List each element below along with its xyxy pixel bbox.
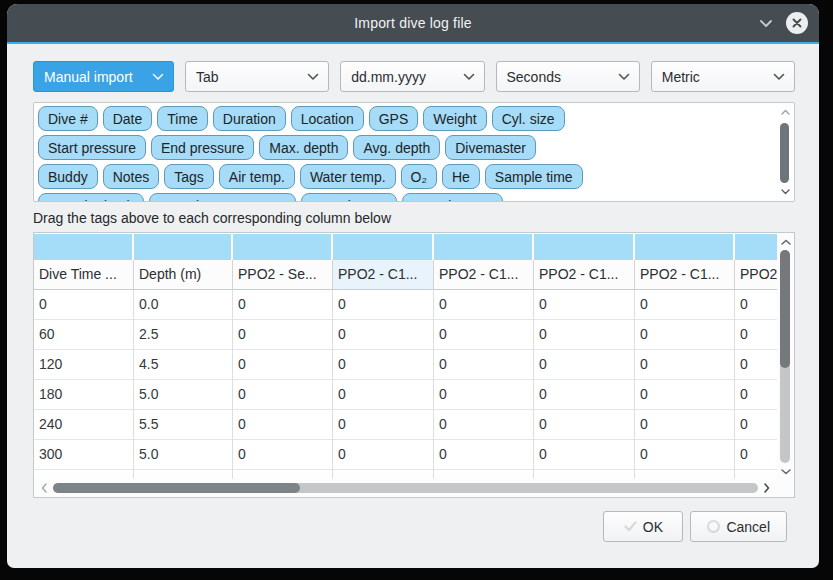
table-cell: [34, 470, 134, 479]
tag-gps[interactable]: GPS: [369, 106, 419, 131]
table-cell: 0: [333, 320, 434, 350]
tag-sample-temperature[interactable]: Sample temperature: [149, 193, 296, 202]
table-cell: [434, 470, 534, 479]
table-horizontal-scrollbar[interactable]: [34, 479, 777, 497]
tag-start-pressure[interactable]: Start pressure: [38, 135, 146, 160]
table-cell: 0.0: [134, 290, 233, 320]
dropdown-dd-mm-yyyy[interactable]: dd.mm.yyyy: [340, 61, 484, 92]
dropdown-seconds[interactable]: Seconds: [496, 61, 640, 92]
drop-target-cell-5[interactable]: [434, 234, 532, 260]
table-cell: 0: [735, 320, 777, 350]
tag-o[interactable]: O₂: [401, 164, 437, 189]
window-title: Import dive log file: [7, 15, 819, 31]
tag-tags[interactable]: Tags: [164, 164, 214, 189]
drop-target-cell-4[interactable]: [333, 234, 432, 260]
table-cell: 120: [34, 350, 134, 380]
titlebar[interactable]: Import dive log file: [7, 4, 819, 44]
tag-row: Sample depthSample temperatureSample pO₂…: [38, 193, 774, 202]
tag-max-depth[interactable]: Max. depth: [259, 135, 348, 160]
scroll-right-icon[interactable]: [761, 483, 773, 493]
tags-scrollbar[interactable]: [778, 105, 792, 199]
column-header-3[interactable]: PPO2 - Se...: [233, 260, 333, 289]
vertical-scrollbar-handle[interactable]: [780, 250, 790, 368]
instruction-text: Drag the tags above to each correspondin…: [33, 210, 795, 226]
tag-dive[interactable]: Dive #: [38, 106, 98, 131]
tag-sample-po[interactable]: Sample pO₂: [301, 193, 396, 202]
scroll-left-icon[interactable]: [38, 483, 50, 493]
table-cell: 0: [534, 290, 635, 320]
horizontal-scrollbar-handle[interactable]: [53, 483, 300, 493]
table-cell: 0: [333, 350, 434, 380]
tag-time[interactable]: Time: [157, 106, 208, 131]
table-cell: 0: [333, 380, 434, 410]
table-row: 3005.0000000: [34, 440, 777, 470]
column-header-2[interactable]: Depth (m): [134, 260, 233, 289]
tag-cyl-size[interactable]: Cyl. size: [492, 106, 565, 131]
close-icon[interactable]: [786, 12, 808, 34]
table-cell: [233, 470, 333, 479]
table-cell: [134, 470, 233, 479]
column-header-6[interactable]: PPO2 - C1...: [534, 260, 635, 289]
dropdown-value: dd.mm.yyyy: [351, 69, 426, 85]
dropdown-metric[interactable]: Metric: [651, 61, 795, 92]
column-header-4[interactable]: PPO2 - C1...: [333, 260, 434, 289]
table-cell: 0: [635, 350, 735, 380]
tag-water-temp[interactable]: Water temp.: [300, 164, 396, 189]
tag-sample-time[interactable]: Sample time: [485, 164, 583, 189]
table-cell: 0: [534, 380, 635, 410]
tag-he[interactable]: He: [442, 164, 480, 189]
drop-target-cell-1[interactable]: [34, 234, 132, 260]
table-vertical-scrollbar[interactable]: [777, 233, 794, 479]
tag-buddy[interactable]: Buddy: [38, 164, 98, 189]
table-cell: [735, 470, 777, 479]
table-cell: 0: [233, 410, 333, 440]
tag-location[interactable]: Location: [291, 106, 364, 131]
tag-air-temp[interactable]: Air temp.: [219, 164, 295, 189]
tag-sample-cns[interactable]: Sample CNS: [402, 193, 503, 202]
cancel-icon: [707, 520, 720, 533]
table-cell: 0: [434, 290, 534, 320]
tag-divemaster[interactable]: Divemaster: [445, 135, 536, 160]
table-cell: 5.5: [134, 410, 233, 440]
dropdown-manual-import[interactable]: Manual import: [33, 61, 174, 92]
chevron-down-icon[interactable]: [759, 19, 773, 28]
dropdown-value: Seconds: [507, 69, 561, 85]
tag-duration[interactable]: Duration: [213, 106, 286, 131]
drop-target-cell-6[interactable]: [534, 234, 633, 260]
tag-avg-depth[interactable]: Avg. depth: [353, 135, 440, 160]
tags-scrollbar-handle[interactable]: [780, 123, 789, 183]
scroll-up-icon[interactable]: [778, 106, 792, 118]
scroll-down-icon[interactable]: [778, 186, 792, 198]
drop-target-cell-3[interactable]: [233, 234, 331, 260]
column-header-5[interactable]: PPO2 - C1...: [434, 260, 534, 289]
tag-notes[interactable]: Notes: [103, 164, 160, 189]
tag-weight[interactable]: Weight: [423, 106, 486, 131]
chevron-down-icon: [152, 73, 164, 81]
table-cell: 0: [635, 290, 735, 320]
scroll-down-icon[interactable]: [777, 465, 794, 479]
chevron-down-icon: [618, 73, 630, 81]
ok-button[interactable]: OK: [603, 511, 683, 542]
dialog-button-box: OK Cancel: [33, 511, 795, 542]
table-cell: 0: [735, 440, 777, 470]
table-cell: 0: [635, 320, 735, 350]
drop-target-cell-8[interactable]: [735, 234, 777, 260]
drop-target-cell-7[interactable]: [635, 234, 733, 260]
table-cell: 180: [34, 380, 134, 410]
scroll-up-icon[interactable]: [777, 235, 794, 249]
table-cell: 0: [434, 350, 534, 380]
tag-sample-depth[interactable]: Sample depth: [38, 193, 144, 202]
tag-date[interactable]: Date: [103, 106, 153, 131]
tag-row: BuddyNotesTagsAir temp.Water temp.O₂HeSa…: [38, 164, 774, 189]
tag-row: Dive #DateTimeDurationLocationGPSWeightC…: [38, 106, 774, 131]
table-row: 2405.5000000: [34, 410, 777, 440]
table-cell: 0: [534, 350, 635, 380]
column-header-8[interactable]: PPO2: [735, 260, 777, 289]
tag-end-pressure[interactable]: End pressure: [151, 135, 254, 160]
cancel-button[interactable]: Cancel: [690, 511, 787, 542]
horizontal-scrollbar-track[interactable]: [53, 483, 758, 493]
dropdown-tab[interactable]: Tab: [185, 61, 329, 92]
drop-target-cell-2[interactable]: [134, 234, 231, 260]
column-header-1[interactable]: Dive Time ...: [34, 260, 134, 289]
column-header-7[interactable]: PPO2 - C1...: [635, 260, 735, 289]
